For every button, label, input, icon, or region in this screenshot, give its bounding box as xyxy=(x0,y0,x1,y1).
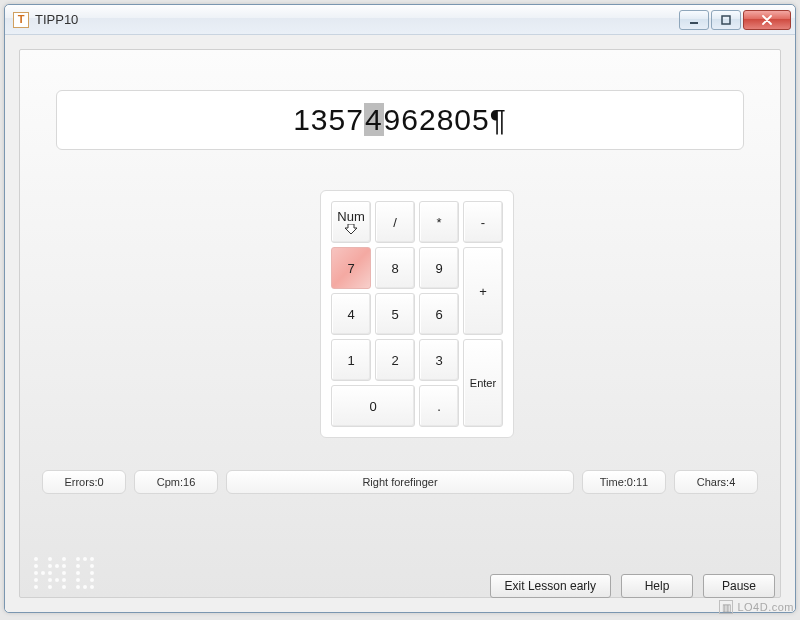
key-0[interactable]: 0 xyxy=(331,385,415,427)
pause-button[interactable]: Pause xyxy=(703,574,775,598)
key-4[interactable]: 4 xyxy=(331,293,371,335)
maximize-icon xyxy=(721,15,731,25)
status-errors: Errors: 0 xyxy=(42,470,126,494)
key-numlock-label: Num xyxy=(337,210,364,224)
key-minus[interactable]: - xyxy=(463,201,503,243)
key-dot[interactable]: . xyxy=(419,385,459,427)
site-watermark-text: LO4D.com xyxy=(737,601,794,613)
minimize-icon xyxy=(689,15,699,25)
status-cpm-label: Cpm: xyxy=(157,476,183,488)
maximize-button[interactable] xyxy=(711,10,741,30)
status-errors-value: 0 xyxy=(97,476,103,488)
status-cpm: Cpm: 16 xyxy=(134,470,218,494)
app-window: T TIPP10 13574962805¶ Num xyxy=(4,4,796,613)
key-3[interactable]: 3 xyxy=(419,339,459,381)
minimize-button[interactable] xyxy=(679,10,709,30)
exit-lesson-button[interactable]: Exit Lesson early xyxy=(490,574,611,598)
key-7[interactable]: 7 xyxy=(331,247,371,289)
key-divide[interactable]: / xyxy=(375,201,415,243)
key-enter[interactable]: Enter xyxy=(463,339,503,427)
bottom-buttons: Exit Lesson early Help Pause xyxy=(490,574,775,598)
key-multiply[interactable]: * xyxy=(419,201,459,243)
key-6[interactable]: 6 xyxy=(419,293,459,335)
svg-rect-1 xyxy=(722,16,730,24)
status-time: Time: 0:11 xyxy=(582,470,666,494)
window-buttons xyxy=(679,10,793,30)
status-chars: Chars: 4 xyxy=(674,470,758,494)
ticker-cursor: 4 xyxy=(364,103,384,136)
status-cpm-value: 16 xyxy=(183,476,195,488)
help-button[interactable]: Help xyxy=(621,574,693,598)
client-area: 13574962805¶ Num / * - 7 8 9 xyxy=(5,35,795,612)
close-button[interactable] xyxy=(743,10,791,30)
window-title: TIPP10 xyxy=(35,12,78,27)
typing-ticker: 13574962805¶ xyxy=(56,90,744,150)
key-5[interactable]: 5 xyxy=(375,293,415,335)
titlebar[interactable]: T TIPP10 xyxy=(5,5,795,35)
key-8[interactable]: 8 xyxy=(375,247,415,289)
ticker-text: 13574962805¶ xyxy=(293,103,507,137)
ticker-typed: 1357 xyxy=(293,103,364,136)
app-icon: T xyxy=(13,12,29,28)
numpad: Num / * - 7 8 9 + 4 5 6 1 2 3 xyxy=(320,190,514,438)
key-9[interactable]: 9 xyxy=(419,247,459,289)
svg-rect-0 xyxy=(690,22,698,24)
arrow-down-icon xyxy=(345,224,357,234)
status-finger-text: Right forefinger xyxy=(362,476,437,488)
status-bar: Errors: 0 Cpm: 16 Right forefinger Time:… xyxy=(42,470,758,494)
key-1[interactable]: 1 xyxy=(331,339,371,381)
close-icon xyxy=(761,15,773,25)
key-plus[interactable]: + xyxy=(463,247,503,335)
status-chars-value: 4 xyxy=(729,476,735,488)
brand-watermark xyxy=(34,557,94,589)
lesson-area: 13574962805¶ Num / * - 7 8 9 xyxy=(19,49,781,598)
ticker-rest: 962805¶ xyxy=(384,103,507,136)
site-watermark-icon: ▥ xyxy=(719,600,733,614)
status-finger: Right forefinger xyxy=(226,470,574,494)
key-numlock[interactable]: Num xyxy=(331,201,371,243)
key-2[interactable]: 2 xyxy=(375,339,415,381)
status-errors-label: Errors: xyxy=(64,476,97,488)
status-time-label: Time: xyxy=(600,476,627,488)
status-chars-label: Chars: xyxy=(697,476,729,488)
site-watermark: ▥ LO4D.com xyxy=(719,600,794,614)
status-time-value: 0:11 xyxy=(627,476,648,488)
